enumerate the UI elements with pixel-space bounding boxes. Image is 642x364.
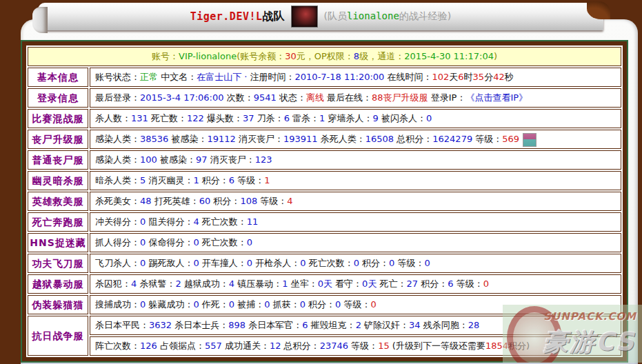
row-content-lines: 杀日本平民：3632 杀日本士兵：898 杀日本军官：6 摧毁坦克：2 铲除汉奸… <box>90 316 621 356</box>
stat-text: 保命得分： <box>146 237 193 247</box>
table-row: 英雄救美服杀死美女：48 打死英雄：60 积分：108 等级：4 <box>28 192 621 211</box>
stat-text: 2 <box>356 320 361 330</box>
row-content-lines: 感染人类：38536 被感染：19112 消灭丧尸：193911 杀死人类：16… <box>90 130 621 149</box>
stat-text: 1 <box>264 175 270 185</box>
stat-text: 100 <box>140 154 157 165</box>
row-label: 丧尸升级服 <box>28 130 88 149</box>
stat-text: 等级： <box>472 134 502 144</box>
stat-text: 成功通关： <box>222 341 270 351</box>
stat-text: 死亡次数： <box>199 216 247 227</box>
stat-text: 镇压暴动： <box>234 279 282 289</box>
stat-text: 9 <box>372 113 378 123</box>
table-row: 比赛混战服杀人数：131 死亡数：122 爆头数：37 刀杀：6 雷杀：1 穿墙… <box>28 109 621 128</box>
stat-text: 4 <box>287 196 292 206</box>
stat-text: 被感染： <box>168 134 207 144</box>
stat-text: 作死： <box>199 299 229 310</box>
stat-text: 杀人数： <box>95 113 131 123</box>
stat-text: 离线 <box>306 92 324 103</box>
page-background: 账号：VIP-lionalone(账号余额：30元，OP权限：8级，通道：201… <box>21 19 638 364</box>
row-label: 越狱暴动服 <box>28 274 88 294</box>
row-content: 杀日本平民：3632 杀日本士兵：898 杀日本军官：6 摧毁坦克：2 铲除汉奸… <box>90 316 621 335</box>
stat-text: 死亡次数： <box>199 237 247 247</box>
stat-text: 2015-3-4 17:06:00 <box>140 92 224 103</box>
stat-text: 等级： <box>257 196 287 206</box>
stat-text: 等级： <box>394 258 424 268</box>
stat-text: 在线时间： <box>384 72 432 82</box>
table-row: 幽灵暗杀服暗杀人类：5 消灭幽灵：1 积分：6 等级：1 <box>28 171 621 190</box>
stat-text: 6 <box>284 113 290 123</box>
table-row: 抗日战争服杀日本平民：3632 杀日本士兵：898 杀日本军官：6 摧毁坦克：2… <box>28 316 621 356</box>
stat-text: 死亡次数： <box>306 258 354 268</box>
row-content-lines: 杀死美女：48 打死英雄：60 积分：108 等级：4 <box>90 192 621 211</box>
stat-text: 27 <box>407 279 419 289</box>
stat-text: 最后登录： <box>95 92 140 103</box>
stat-text: 最后在线： <box>324 92 372 103</box>
stat-text: 等级： <box>341 299 370 310</box>
player-name: lionalone <box>347 10 399 21</box>
team-name-cn: 战队 <box>263 10 285 24</box>
stat-text: 抓人得分： <box>95 237 140 247</box>
row-content: 杀死美女：48 打死英雄：60 积分：108 等级：4 <box>90 192 621 211</box>
stat-text: 38536 <box>140 134 168 144</box>
stat-text: 2015-4-30 11:17:04 <box>404 51 494 61</box>
stat-text: 积分： <box>418 279 448 289</box>
stat-text: 杀狱警： <box>137 279 175 289</box>
stat-text: 等级： <box>234 175 264 185</box>
row-content: 搜捕成功：0 躲藏成功：0 作死：0 被捕：0 抓获：0 积分：0 等级：0 <box>90 295 621 314</box>
stat-text: 开车撞人： <box>199 258 247 268</box>
stat-text: 193911 <box>283 134 318 144</box>
stat-text: 0 <box>247 258 252 268</box>
stat-text: 被感染： <box>157 154 196 165</box>
stat-text: 雷杀： <box>290 113 319 123</box>
stats-table: 账号：VIP-lionalone(账号余额：30元，OP权限：8级，通道：201… <box>22 41 627 361</box>
table-row: 越狱暴动服杀囚犯：4 杀狱警：2 越狱成功：4 镇压暴动：1 坐牢：0天 看守：… <box>28 274 621 294</box>
stat-text: 1624279 <box>432 134 472 144</box>
stat-text: 摧毁坦克： <box>308 320 355 330</box>
stat-text: 杀日本士兵： <box>172 320 228 330</box>
team-avatar-image <box>291 6 318 28</box>
row-label: 基本信息 <box>28 68 88 87</box>
table-row: HNS捉迷藏抓人得分：0 保命得分：0 死亡次数：0 <box>28 233 621 252</box>
stat-text: ) <box>494 51 497 61</box>
row-label: 幽灵暗杀服 <box>28 171 88 190</box>
stat-text: 残杀同胞： <box>421 320 468 330</box>
subtitle-prefix: (队员 <box>324 10 347 21</box>
table-row: 普通丧尸服感染人类：100 被感染：97 消灭丧尸：123 <box>28 150 621 170</box>
row-content-lines: 感染人类：100 被感染：97 消灭丧尸：123 <box>90 150 621 170</box>
stat-text: 抓获： <box>270 299 300 310</box>
stat-text: 0 <box>229 299 234 310</box>
stat-text: 0 <box>300 299 305 310</box>
stat-text: 42 <box>493 72 505 82</box>
stat-text: 131 <box>131 113 148 123</box>
stat-text: 19112 <box>208 134 236 144</box>
stat-text: 踢死敌人： <box>146 258 193 268</box>
stat-text: 死亡： <box>377 279 406 289</box>
stat-text: 消灭丧尸： <box>236 134 283 144</box>
stat-text: 杀死人类： <box>318 134 365 144</box>
stat-text: (账号余额： <box>237 51 285 61</box>
row-content: 感染人类：38536 被感染：19112 消灭丧尸：193911 杀死人类：16… <box>90 130 621 149</box>
stat-text: 杀日本平民： <box>95 320 149 330</box>
stat-text: 死亡数： <box>148 113 187 123</box>
view-ip-link[interactable]: 《点击查看IP》 <box>465 92 528 103</box>
stat-text: 0 <box>193 299 199 310</box>
stat-text: 等级： <box>348 341 378 351</box>
stat-text: 0 <box>247 237 252 247</box>
account-header-cell: 账号：VIP-lionalone(账号余额：30元，OP权限：8级，通道：201… <box>28 47 621 66</box>
table-row: 伪装躲猫猫搜捕成功：0 躲藏成功：0 作死：0 被捕：0 抓获：0 积分：0 等… <box>28 295 621 314</box>
stat-text: 9541 <box>254 92 277 103</box>
row-content: 阵亡次数：126 占领据点：557 成功通关：12 总积分：23746 等级：1… <box>90 336 621 356</box>
row-label: 登录信息 <box>28 88 88 108</box>
stat-text: 铲除汉奸： <box>361 320 409 330</box>
stat-text: 看守： <box>332 279 362 289</box>
stat-text: 被捕： <box>234 299 264 310</box>
stat-text: 6 <box>448 279 453 289</box>
stat-text: 6 <box>458 72 463 82</box>
stat-text: 0 <box>426 113 432 123</box>
stat-text: 88丧尸升级服 <box>372 92 428 103</box>
stat-text: 天 <box>449 72 458 82</box>
row-label: HNS捉迷藏 <box>28 233 88 252</box>
table-row: 功夫飞刀服飞刀杀人：0 踢死敌人：0 开车撞人：0 开枪杀人：0 死亡次数：0 … <box>28 254 621 273</box>
stat-text: 28 <box>468 320 480 330</box>
stat-text: 34 <box>409 320 421 330</box>
